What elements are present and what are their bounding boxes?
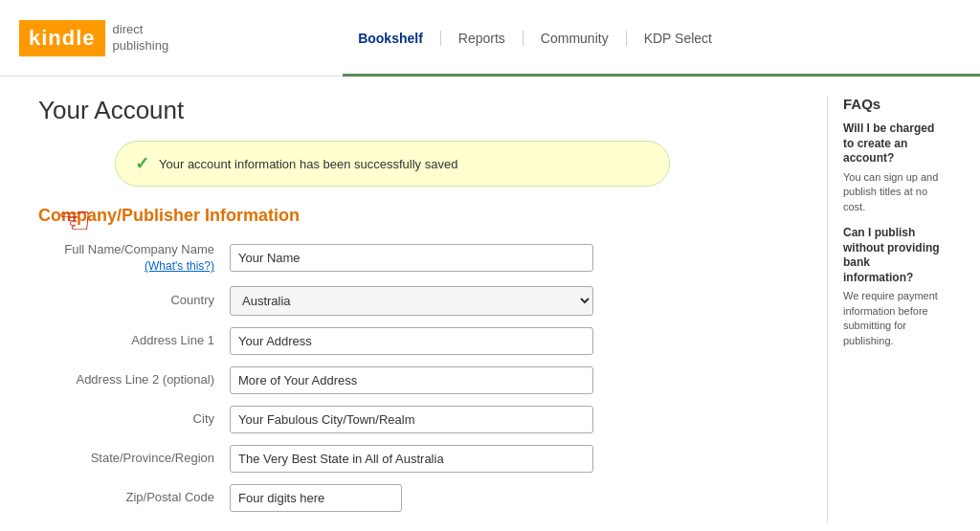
faq-question-2: Can I publish without providing bank inf…	[843, 226, 942, 285]
faq-question-1: Will I be charged to create an account?	[843, 122, 942, 166]
nav-community[interactable]: Community	[523, 31, 627, 46]
success-banner: ✓ Your account information has been succ…	[115, 141, 670, 187]
label-fullname: Full Name/Company Name (What's this?)	[38, 241, 230, 275]
header: kindle direct publishing Bookshelf Repor…	[0, 0, 980, 77]
nav-reports[interactable]: Reports	[441, 31, 523, 46]
kindle-logo: kindle	[19, 20, 105, 56]
label-city: City	[38, 410, 230, 428]
label-country: Country	[38, 292, 230, 309]
page-title: Your Account	[38, 96, 808, 125]
checkmark-icon: ✓	[135, 153, 149, 174]
input-city[interactable]	[230, 406, 593, 433]
logo-text: direct publishing	[113, 22, 169, 55]
faq-sidebar: FAQs Will I be charged to create an acco…	[827, 96, 942, 523]
label-address1: Address Line 1	[38, 332, 230, 349]
green-accent-line	[343, 74, 980, 77]
faq-item-1: Will I be charged to create an account? …	[843, 122, 942, 214]
form-row-city: City	[38, 406, 808, 433]
input-address1[interactable]	[230, 327, 593, 355]
nav-bookshelf[interactable]: Bookshelf	[341, 31, 441, 46]
label-address2: Address Line 2 (optional)	[38, 371, 230, 388]
input-zip[interactable]	[230, 484, 402, 512]
label-zip: Zip/Postal Code	[38, 489, 230, 506]
label-state: State/Province/Region	[38, 450, 230, 467]
input-address2[interactable]	[230, 366, 593, 394]
success-message: Your account information has been succes…	[159, 157, 457, 171]
logo: kindle direct publishing	[19, 20, 168, 56]
form-row-address1: Address Line 1	[38, 327, 808, 355]
nav-kdp-select[interactable]: KDP Select	[627, 31, 729, 46]
main-nav: Bookshelf Reports Community KDP Select	[341, 31, 729, 46]
form-row-state: State/Province/Region	[38, 445, 808, 473]
faq-answer-1: You can sign up and publish titles at no…	[843, 170, 942, 214]
faq-title: FAQs	[843, 96, 942, 112]
hand-pointer-icon: ☞	[57, 198, 92, 242]
section-title: Company/Publisher Information	[38, 206, 808, 226]
form-row-zip: Zip/Postal Code	[38, 484, 808, 512]
input-fullname[interactable]	[230, 244, 593, 272]
input-state[interactable]	[230, 445, 593, 473]
form-row-country: Country Australia United States United K…	[38, 286, 808, 316]
faq-item-2: Can I publish without providing bank inf…	[843, 226, 942, 348]
faq-answer-2: We require payment information before su…	[843, 289, 942, 348]
whats-this-link[interactable]: (What's this?)	[38, 258, 214, 275]
main-content: Your Account ☞ ✓ Your account informatio…	[38, 96, 808, 523]
form-row-fullname: Full Name/Company Name (What's this?)	[38, 241, 808, 275]
form-row-address2: Address Line 2 (optional)	[38, 366, 808, 394]
select-country[interactable]: Australia United States United Kingdom	[230, 286, 593, 316]
content-area: Your Account ☞ ✓ Your account informatio…	[0, 77, 980, 531]
